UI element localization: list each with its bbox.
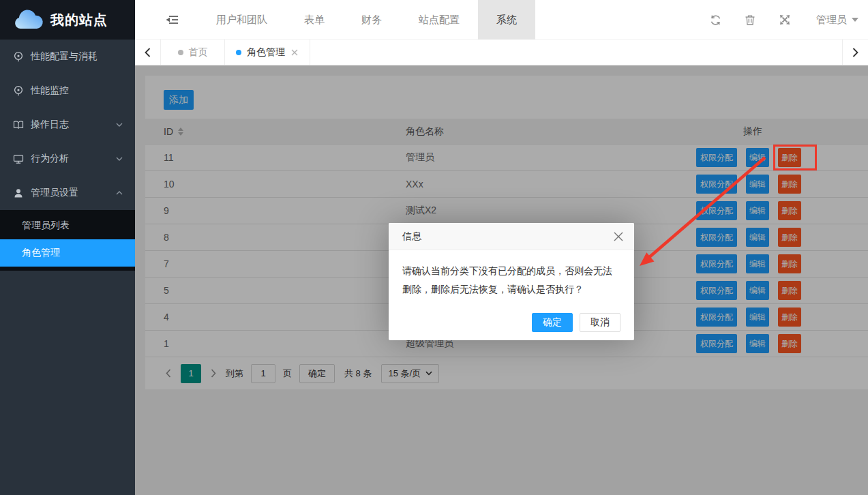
sidebar-item-operation-log[interactable]: 操作日志	[0, 108, 135, 142]
tabs-scroll-right-icon[interactable]	[842, 40, 868, 65]
dialog-buttons: 确定 取消	[532, 313, 620, 332]
sidebar-item-label: 性能监控	[31, 85, 123, 97]
dialog-titlebar: 信息	[389, 223, 634, 250]
book-icon	[13, 119, 24, 130]
tabbar: 首页 角色管理	[135, 40, 868, 65]
sidebar-item-label: 管理员设置	[31, 187, 116, 199]
dialog-title: 信息	[402, 230, 421, 243]
top-menu-users-teams[interactable]: 用户和团队	[198, 0, 286, 40]
topbar: 用户和团队 表单 财务 站点配置 系统	[135, 0, 868, 40]
sidebar-item-label: 行为分析	[31, 153, 116, 165]
tab-role-management[interactable]: 角色管理	[225, 40, 310, 65]
subitem-label: 角色管理	[22, 247, 60, 259]
fullscreen-icon[interactable]	[779, 14, 791, 26]
dialog-cancel-button[interactable]: 取消	[580, 313, 620, 332]
tab-dot	[178, 50, 183, 55]
monitor-icon	[13, 153, 24, 164]
sidebar-subitem-admin-list[interactable]: 管理员列表	[0, 212, 135, 239]
refresh-icon[interactable]	[709, 14, 721, 26]
cloud-icon	[12, 8, 44, 31]
tab-label: 首页	[189, 46, 208, 59]
broadcast-icon	[13, 51, 24, 62]
dialog-ok-button[interactable]: 确定	[532, 313, 573, 332]
admin-settings-submenu: 管理员列表 角色管理	[0, 210, 135, 271]
main-content: 添加 ID 角色名称 操作 11 管理员 权限分配 编辑 删	[135, 65, 868, 495]
tab-home[interactable]: 首页	[161, 40, 225, 65]
top-menu-finance[interactable]: 财务	[343, 0, 400, 40]
user-icon	[13, 188, 24, 198]
tab-close-icon[interactable]	[290, 48, 299, 57]
chevron-down-icon	[116, 122, 123, 127]
sidebar-item-behavior-analysis[interactable]: 行为分析	[0, 142, 135, 176]
tabs-scroll-left-icon[interactable]	[135, 40, 161, 65]
sidebar-item-label: 性能配置与消耗	[31, 50, 123, 63]
user-menu[interactable]: 管理员	[813, 14, 858, 27]
dialog-close-icon[interactable]	[612, 230, 625, 243]
topbar-right: 管理员	[709, 0, 858, 40]
dialog-message: 请确认当前分类下没有已分配的成员，否则会无法删除，删除后无法恢复，请确认是否执行…	[389, 250, 634, 299]
chevron-up-icon	[116, 190, 123, 196]
logo-bar: 我的站点	[0, 0, 135, 40]
top-menu-system[interactable]: 系统	[478, 0, 535, 40]
sidebar-item-label: 操作日志	[31, 119, 116, 131]
confirm-dialog: 信息 请确认当前分类下没有已分配的成员，否则会无法删除，删除后无法恢复，请确认是…	[389, 223, 634, 340]
trash-icon[interactable]	[744, 14, 756, 26]
sidebar-item-performance-monitor[interactable]: 性能监控	[0, 74, 135, 108]
caret-down-icon	[852, 18, 858, 22]
top-menu-forms[interactable]: 表单	[286, 0, 343, 40]
collapse-menu-icon[interactable]	[160, 0, 184, 40]
sidebar-subitem-role-management[interactable]: 角色管理	[0, 239, 135, 267]
sidebar-item-performance-config[interactable]: 性能配置与消耗	[0, 40, 135, 74]
user-name: 管理员	[816, 14, 847, 27]
top-menu-site-config[interactable]: 站点配置	[400, 0, 478, 40]
sidebar: 我的站点 性能配置与消耗 性能监控	[0, 0, 135, 495]
tab-dot	[236, 50, 241, 55]
chevron-down-icon	[116, 156, 123, 162]
app-window: 我的站点 性能配置与消耗 性能监控	[0, 0, 868, 495]
app-title: 我的站点	[50, 11, 108, 29]
tab-label: 角色管理	[247, 46, 285, 59]
sidebar-item-admin-settings[interactable]: 管理员设置	[0, 176, 135, 210]
top-menu: 用户和团队 表单 财务 站点配置 系统	[198, 0, 535, 40]
subitem-label: 管理员列表	[22, 220, 70, 232]
broadcast-icon	[13, 85, 24, 96]
